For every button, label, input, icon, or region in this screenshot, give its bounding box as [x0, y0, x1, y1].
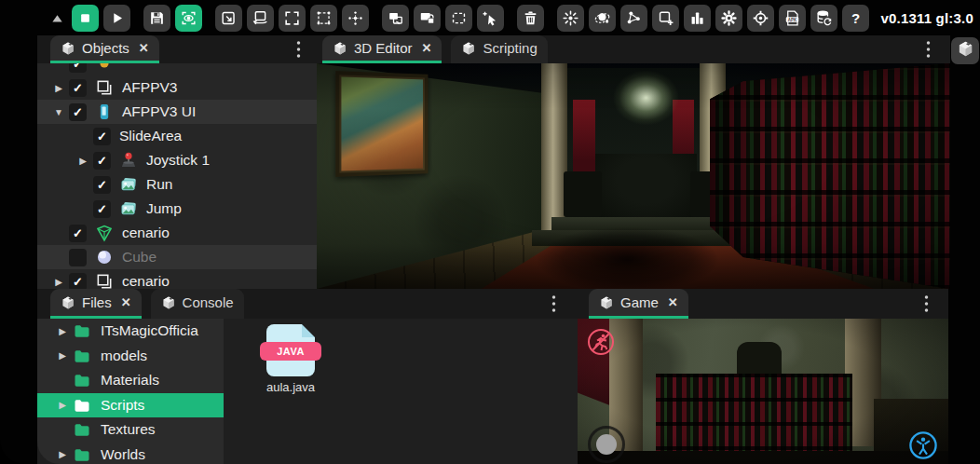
delete-button[interactable]: [517, 5, 544, 32]
folder-row-materials[interactable]: Materials: [37, 368, 224, 393]
object-row[interactable]: ▶✓cenario: [37, 269, 317, 289]
scene-vignette: [317, 63, 950, 289]
editor-menu-kebab-icon[interactable]: [921, 35, 935, 63]
node-graph-button[interactable]: [620, 5, 647, 32]
scene-view-button[interactable]: [175, 5, 202, 32]
ui-device-icon: [95, 102, 114, 121]
folder-row-scripts[interactable]: ▶Scripts: [37, 393, 224, 418]
help-button[interactable]: ?: [842, 5, 869, 32]
visibility-checkbox[interactable]: ✓: [69, 225, 87, 242]
folder-icon: [73, 347, 91, 365]
object-row[interactable]: Cube: [37, 245, 317, 269]
select-tool-button[interactable]: [310, 5, 337, 32]
folder-label: models: [101, 348, 147, 364]
visibility-checkbox[interactable]: [69, 249, 87, 266]
files-menu-kebab-icon[interactable]: [547, 289, 561, 319]
tab-objects-label: Objects: [82, 40, 129, 56]
save-button[interactable]: [143, 5, 170, 32]
expand-arrow-icon[interactable]: ▶: [52, 350, 73, 361]
tab-game-label: Game: [620, 294, 659, 310]
folder-label: Scripts: [101, 397, 144, 414]
object-label: Run: [146, 176, 172, 193]
folder-row-textures[interactable]: Textures: [37, 417, 224, 443]
stats-button[interactable]: [684, 5, 711, 32]
visibility-checkbox[interactable]: ✓: [69, 273, 87, 290]
joystick-control[interactable]: [588, 426, 625, 463]
select-box-icon: [315, 9, 333, 27]
light-button[interactable]: [557, 5, 584, 32]
tab-objects[interactable]: Objects ✕: [50, 35, 159, 63]
box-logo-icon: [333, 41, 347, 56]
close-icon[interactable]: ✕: [422, 41, 432, 55]
visibility-checkbox[interactable]: ✓: [69, 103, 87, 121]
editor-viewport[interactable]: [317, 63, 950, 289]
object-label: AFPPV3: [122, 79, 177, 96]
docked-panel-tab[interactable]: [951, 37, 979, 64]
object-row[interactable]: ▶✓Joystick 1: [37, 148, 317, 172]
apk-export-button[interactable]: APK: [779, 5, 806, 32]
rect-transform-button[interactable]: [215, 5, 242, 32]
box-logo-icon: [599, 295, 614, 310]
object-row[interactable]: ✓Jump: [37, 197, 317, 221]
folder-row-worlds[interactable]: ▶Worlds: [37, 443, 224, 464]
object-row[interactable]: ▼✓AFPPV3 UI: [37, 100, 317, 124]
close-icon[interactable]: ✕: [139, 41, 149, 55]
game-menu-kebab-icon[interactable]: [919, 289, 933, 319]
scale-tool-button[interactable]: [279, 5, 306, 32]
object-row[interactable]: ▶✓AFPPV3: [37, 75, 317, 100]
tab-console-label: Console: [183, 294, 234, 310]
tab-3d-editor[interactable]: 3D Editor ✕: [322, 35, 442, 63]
tab-files[interactable]: Files ✕: [50, 289, 142, 319]
object-row[interactable]: ✓: [37, 63, 317, 75]
object-row[interactable]: ✓SlideArea: [37, 124, 317, 148]
joystick-knob[interactable]: [596, 434, 617, 455]
expand-arrow-icon[interactable]: ▶: [52, 326, 73, 336]
tab-game[interactable]: Game ✕: [589, 289, 688, 319]
visibility-checkbox[interactable]: ✓: [93, 152, 111, 170]
move-tool-button[interactable]: [342, 5, 369, 32]
expand-arrow-icon[interactable]: ▶: [73, 156, 93, 166]
accessibility-button[interactable]: [907, 430, 939, 461]
toolbar: APK?: [0, 0, 980, 35]
tab-console[interactable]: Console: [151, 289, 244, 319]
expand-arrow-icon[interactable]: ▼: [48, 107, 69, 117]
duplicate-button[interactable]: [382, 5, 409, 32]
file-item-aula-java[interactable]: JAVA aula.java: [257, 324, 324, 394]
run-toggle-button[interactable]: [586, 327, 616, 357]
pointer-add-button[interactable]: [477, 5, 504, 32]
environment-button[interactable]: [589, 5, 616, 32]
expand-arrow-icon[interactable]: ▶: [48, 277, 69, 287]
close-icon[interactable]: ✕: [668, 295, 678, 309]
close-icon[interactable]: ✕: [121, 295, 131, 309]
sphere-icon: [95, 248, 114, 266]
database-sync-button[interactable]: [810, 5, 837, 32]
objects-menu-kebab-icon[interactable]: [292, 35, 306, 63]
folder-row-models[interactable]: ▶models: [37, 344, 224, 369]
expand-toolbar-button[interactable]: [47, 5, 67, 32]
settings-button[interactable]: [715, 5, 742, 32]
object-row[interactable]: ✓cenario: [37, 221, 317, 245]
objects-panel: Objects ✕ ✓▶✓AFPPV3▼✓AFPPV3 UI✓SlideArea…: [37, 35, 317, 289]
expand-arrow-icon[interactable]: ▶: [52, 449, 73, 459]
objects-tabbar: Objects ✕: [37, 35, 317, 63]
tab-scripting[interactable]: Scripting: [451, 35, 547, 63]
marquee-select-button[interactable]: [445, 5, 472, 32]
play-button[interactable]: [103, 5, 130, 32]
visibility-checkbox[interactable]: ✓: [93, 176, 111, 194]
object-row[interactable]: ✓Run: [37, 172, 317, 197]
expand-arrow-icon[interactable]: ▶: [48, 83, 69, 93]
lock-object-button[interactable]: [414, 5, 441, 32]
visibility-checkbox[interactable]: ✓: [69, 63, 87, 73]
folder-row-itsmagicofficia[interactable]: ▶ITsMagicOfficia: [37, 319, 224, 344]
stop-button[interactable]: [72, 5, 99, 32]
game-panel: Game ✕: [578, 289, 948, 464]
flare-icon: [562, 9, 579, 27]
rotate-tool-button[interactable]: [247, 5, 274, 32]
add-object-button[interactable]: [652, 5, 679, 32]
project-target-button[interactable]: [747, 5, 774, 32]
game-viewport[interactable]: [578, 319, 948, 464]
visibility-checkbox[interactable]: ✓: [93, 128, 111, 145]
visibility-checkbox[interactable]: ✓: [69, 79, 87, 97]
visibility-checkbox[interactable]: ✓: [93, 200, 111, 218]
expand-arrow-icon[interactable]: ▶: [52, 400, 73, 410]
